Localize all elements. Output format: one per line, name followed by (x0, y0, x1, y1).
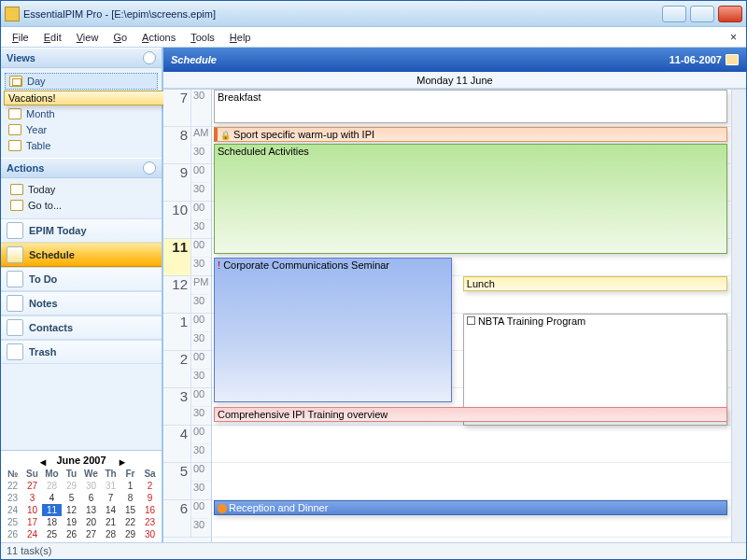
nav-contacts[interactable]: Contacts (1, 315, 162, 340)
minical-day[interactable]: 19 (62, 516, 81, 528)
minical-day[interactable]: 6 (81, 492, 101, 504)
minical-day[interactable]: 22 (3, 480, 22, 492)
minical-day[interactable]: 9 (140, 492, 160, 504)
minical-day[interactable]: 4 (42, 492, 62, 504)
calendar-icon[interactable] (726, 54, 739, 65)
minical-day[interactable]: 24 (3, 504, 22, 516)
menu-edit[interactable]: Edit (36, 30, 69, 45)
menu-view[interactable]: View (69, 30, 106, 45)
nav-notes[interactable]: Notes (1, 291, 162, 315)
view-table[interactable]: Table (5, 138, 158, 153)
event-cells[interactable]: Breakfast 🔒 Sport specific warm-up with … (212, 90, 746, 542)
views-list: Day Week Month Year Table (1, 68, 162, 158)
minical-day[interactable]: 15 (120, 504, 140, 516)
close-button[interactable] (718, 6, 742, 22)
notes-icon (7, 295, 23, 312)
minical-day[interactable]: 18 (42, 516, 62, 528)
statusbar: 11 task(s) (1, 542, 746, 559)
minimize-button[interactable] (662, 6, 686, 22)
minical-month: June 2007 (56, 455, 106, 466)
minical-day[interactable]: 7 (101, 492, 120, 504)
titlebar[interactable]: EssentialPIM Pro - [E:\epim\screens.epim… (1, 1, 746, 27)
minical-day[interactable]: 28 (101, 528, 120, 540)
actions-list: Today Go to... (1, 178, 162, 217)
minical-day[interactable]: 10 (22, 504, 42, 516)
todo-icon (7, 271, 23, 287)
nav-epim-today[interactable]: EPIM Today (1, 218, 162, 243)
minical-day[interactable]: 21 (101, 516, 120, 528)
window-title: EssentialPIM Pro - [E:\epim\screens.epim… (23, 8, 662, 20)
event-activities[interactable]: Scheduled Activities (214, 144, 727, 254)
nav-schedule[interactable]: Schedule (1, 243, 162, 267)
minical-day[interactable]: 1 (120, 480, 140, 492)
minical-day[interactable]: 31 (101, 480, 120, 492)
minical-day[interactable]: 17 (22, 516, 42, 528)
menu-help[interactable]: Help (222, 30, 259, 45)
event-reception[interactable]: Reception and Dinner (214, 500, 727, 515)
minical-day[interactable]: 27 (81, 528, 101, 540)
doc-close-button[interactable]: × (725, 31, 742, 44)
minical-day[interactable]: 27 (22, 480, 42, 492)
main-area: Schedule 11-06-2007 Monday 11 June Vacat… (163, 48, 746, 542)
view-year[interactable]: Year (5, 122, 158, 137)
minical-day[interactable]: 13 (81, 504, 101, 516)
minical-day[interactable]: 23 (140, 516, 160, 528)
today-icon (7, 222, 23, 239)
event-breakfast[interactable]: Breakfast (214, 90, 727, 123)
minical-day[interactable]: 11 (42, 504, 62, 516)
view-month[interactable]: Month (5, 106, 158, 121)
minical-day[interactable]: 23 (3, 492, 22, 504)
minical-day[interactable]: 29 (120, 528, 140, 540)
minical-day[interactable]: 30 (140, 528, 160, 540)
menu-actions[interactable]: Actions (134, 30, 183, 45)
action-today[interactable]: Today (7, 182, 156, 197)
goto-icon (10, 200, 23, 211)
flag-icon (218, 504, 227, 513)
minical-day[interactable]: 5 (62, 492, 81, 504)
scrollbar[interactable] (731, 90, 746, 542)
minical-day[interactable]: 8 (120, 492, 140, 504)
next-month-button[interactable]: ► (118, 456, 125, 464)
minical-day[interactable]: 25 (42, 528, 62, 540)
minical-day[interactable]: 26 (3, 528, 22, 540)
priority-icon: ! (218, 259, 220, 271)
minical-grid[interactable]: №SuMoTuWeThFrSa2227282930311223345678924… (3, 468, 160, 540)
year-icon (8, 124, 21, 135)
minical-day[interactable]: 20 (81, 516, 101, 528)
minical-day[interactable]: 22 (120, 516, 140, 528)
minical-day[interactable]: 16 (140, 504, 160, 516)
minical-day[interactable]: 24 (22, 528, 42, 540)
view-day[interactable]: Day (5, 73, 158, 90)
event-warmup[interactable]: 🔒 Sport specific warm-up with IPI (214, 127, 727, 142)
contacts-icon (7, 319, 23, 336)
schedule-header: Schedule 11-06-2007 (163, 48, 746, 72)
event-overview[interactable]: Comprehensive IPI Training overview (214, 407, 727, 422)
minical-day[interactable]: 25 (3, 516, 22, 528)
minical-day[interactable]: 30 (81, 480, 101, 492)
minical-day[interactable]: 2 (140, 480, 160, 492)
minical-day[interactable]: 29 (62, 480, 81, 492)
nav-todo[interactable]: To Do (1, 267, 162, 291)
menu-go[interactable]: Go (106, 30, 134, 45)
minical-day[interactable]: 28 (42, 480, 62, 492)
checkbox-icon[interactable] (467, 316, 475, 325)
minical-day[interactable]: 3 (22, 492, 42, 504)
menu-tools[interactable]: Tools (183, 30, 222, 45)
actions-panel-header[interactable]: Actions (1, 158, 162, 178)
views-panel-header[interactable]: Views (1, 48, 162, 68)
month-icon (8, 108, 21, 119)
action-goto[interactable]: Go to... (7, 198, 156, 213)
nav-trash[interactable]: Trash (1, 340, 162, 364)
event-seminar[interactable]: ! Corporate Communications Seminar (214, 258, 452, 402)
menu-file[interactable]: File (5, 30, 36, 45)
chevron-up-icon (143, 161, 156, 175)
trash-icon (7, 343, 23, 360)
event-lunch[interactable]: Lunch (463, 276, 727, 291)
minical-day[interactable]: 12 (62, 504, 81, 516)
menubar: File Edit View Go Actions Tools Help × (1, 27, 746, 48)
maximize-button[interactable] (690, 6, 714, 22)
minical-day[interactable]: 14 (101, 504, 120, 516)
prev-month-button[interactable]: ◄ (37, 456, 45, 464)
minical-day[interactable]: 26 (62, 528, 81, 540)
mini-calendar: ◄ June 2007 ► №SuMoTuWeThFrSa22272829303… (1, 450, 162, 542)
